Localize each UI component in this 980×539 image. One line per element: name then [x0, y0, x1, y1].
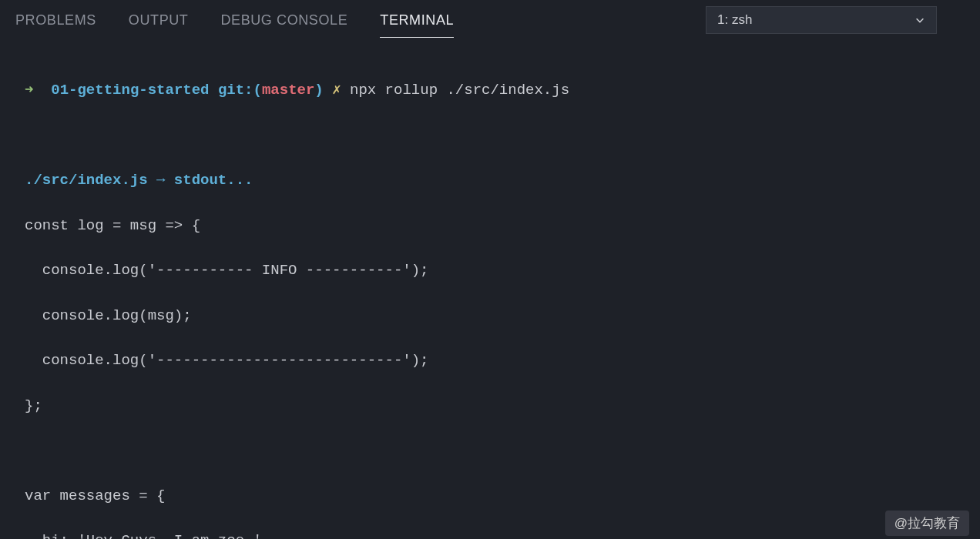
prompt-git-label: git:( — [218, 82, 262, 99]
tab-debug-console[interactable]: DEBUG CONSOLE — [220, 2, 347, 38]
tab-terminal[interactable]: TERMINAL — [380, 2, 454, 38]
prompt-dir: 01-getting-started — [51, 82, 209, 99]
terminal-line: console.log('---------------------------… — [25, 350, 955, 372]
prompt-git-close: ) — [314, 82, 323, 99]
terminal-selector-dropdown[interactable]: 1: zsh — [706, 6, 937, 34]
output-text: ./src/index.js — [25, 172, 148, 189]
terminal-line: console.log(msg); — [25, 305, 955, 327]
terminal-line: ./src/index.js → stdout... — [25, 169, 955, 192]
output-text: stdout... — [174, 172, 253, 189]
chevron-down-icon — [915, 15, 925, 25]
terminal-line — [25, 125, 955, 147]
terminal-line: const log = msg => { — [25, 215, 955, 237]
tab-problems[interactable]: PROBLEMS — [15, 2, 96, 38]
watermark-badge: @拉勾教育 — [885, 511, 969, 536]
terminal-selector-value: 1: zsh — [717, 12, 915, 28]
tab-output[interactable]: OUTPUT — [129, 2, 189, 38]
terminal-line: console.log('----------- INFO ----------… — [25, 259, 955, 282]
prompt-branch: master — [262, 82, 314, 99]
prompt-arrow: ➜ — [25, 82, 33, 99]
output-text: → — [148, 172, 174, 189]
panel-tabs: PROBLEMS OUTPUT DEBUG CONSOLE TERMINAL — [15, 2, 706, 38]
prompt-dirty: ✗ — [332, 82, 341, 99]
terminal-line: hi: 'Hey Guys, I am zce~' — [25, 530, 955, 539]
terminal-line — [25, 440, 955, 462]
terminal-line: var messages = { — [25, 485, 955, 507]
terminal-line: ➜ 01-getting-started git:(master) ✗ npx … — [25, 79, 955, 102]
terminal-line: }; — [25, 395, 955, 417]
panel-tab-bar: PROBLEMS OUTPUT DEBUG CONSOLE TERMINAL 1… — [0, 0, 980, 40]
command-text: npx rollup ./src/index.js — [350, 82, 569, 99]
terminal-pane[interactable]: ➜ 01-getting-started git:(master) ✗ npx … — [0, 40, 980, 539]
